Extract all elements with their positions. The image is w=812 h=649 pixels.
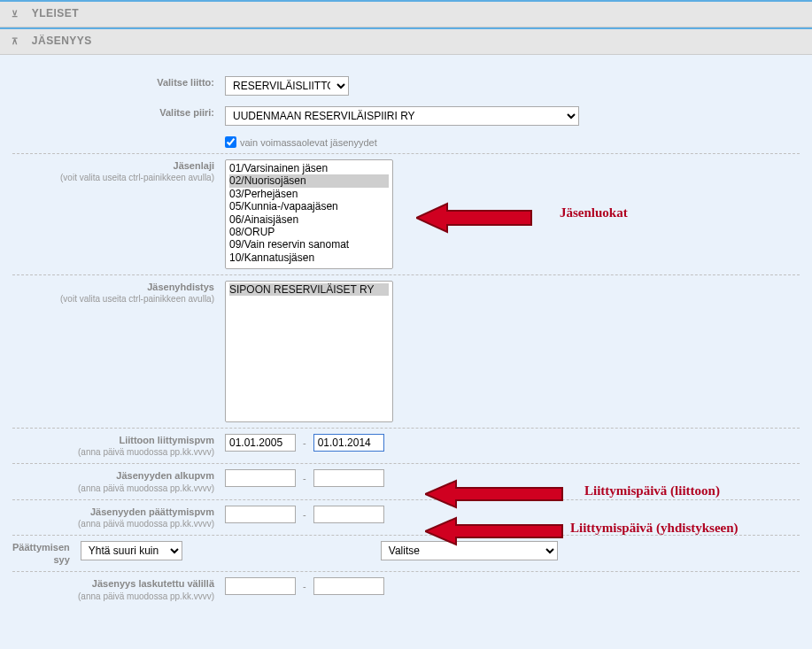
label-liittoon-pvm: Liittoon liittymispvm [119, 435, 214, 445]
label-alku-pvm: Jäsenyyden alkupvm [116, 470, 214, 481]
label-jasenlaji: Jäsenlaji [174, 160, 214, 171]
input-paatt-to[interactable] [313, 506, 384, 523]
input-liittoon-to[interactable] [313, 434, 384, 452]
label-voimassa: vain voimassaolevat jäsenyydet [240, 137, 377, 148]
select-jasenyhdistys[interactable]: SIPOON RESERVILÄISET RY [225, 281, 393, 422]
input-liittoon-from[interactable] [225, 434, 296, 452]
input-paatt-from[interactable] [225, 506, 296, 523]
select-compare[interactable]: Yhtä suuri kuin [81, 541, 182, 560]
section-jasenyys-header[interactable]: ⊼ JÄSENYYS [0, 27, 812, 55]
label-laskutettu: Jäsenyys laskutettu välillä [92, 578, 214, 589]
dash: - [299, 509, 310, 520]
input-lask-to[interactable] [313, 577, 384, 595]
select-jasenlaji[interactable]: 01/Varsinainen jäsen02/Nuorisojäsen03/Pe… [225, 159, 393, 269]
label-jasenyhdistys: Jäsenyhdistys [147, 282, 214, 292]
hint-ctrl: (voit valita useita ctrl-painikkeen avul… [12, 172, 214, 183]
label-paatt-syy: Päättymisen syy [12, 542, 70, 565]
input-alku-to[interactable] [313, 469, 384, 487]
select-valitse[interactable]: Valitse [381, 541, 558, 560]
hint-ctrl-2: (voit valita useita ctrl-painikkeen avul… [12, 293, 214, 305]
dash: - [299, 581, 310, 591]
checkbox-voimassa[interactable] [225, 136, 236, 148]
hint-date-4: (anna päivä muodossa pp.kk.vvvv) [12, 591, 214, 602]
label-piiri: Valitse piiri: [12, 106, 225, 119]
section-yleiset-header[interactable]: ⊻ YLEISET [0, 0, 812, 27]
input-lask-from[interactable] [225, 577, 296, 595]
dash: - [299, 473, 310, 483]
section-jasenyys-body: Valitse liitto: RESERVILÄISLIITTO Valits… [0, 55, 812, 607]
hint-date-2: (anna päivä muodossa pp.kk.vvvv) [12, 483, 214, 494]
label-paatt-pvm: Jäsenyyden päättymispvm [90, 506, 214, 517]
dash: - [299, 437, 310, 448]
hint-date-3: (anna päivä muodossa pp.kk.vvvv) [12, 518, 214, 529]
collapse-icon: ⊼ [9, 36, 21, 49]
expand-icon: ⊻ [9, 9, 21, 21]
label-liitto: Valitse liitto: [12, 76, 225, 89]
section-yleiset-title: YLEISET [32, 7, 80, 19]
select-piiri[interactable]: UUDENMAAN RESERVILÄISPIIRI RY [225, 106, 579, 126]
section-jasenyys-title: JÄSENYYS [32, 35, 92, 47]
input-alku-from[interactable] [225, 469, 296, 487]
hint-date-1: (anna päivä muodossa pp.kk.vvvv) [12, 446, 214, 458]
select-liitto[interactable]: RESERVILÄISLIITTO [225, 76, 349, 96]
